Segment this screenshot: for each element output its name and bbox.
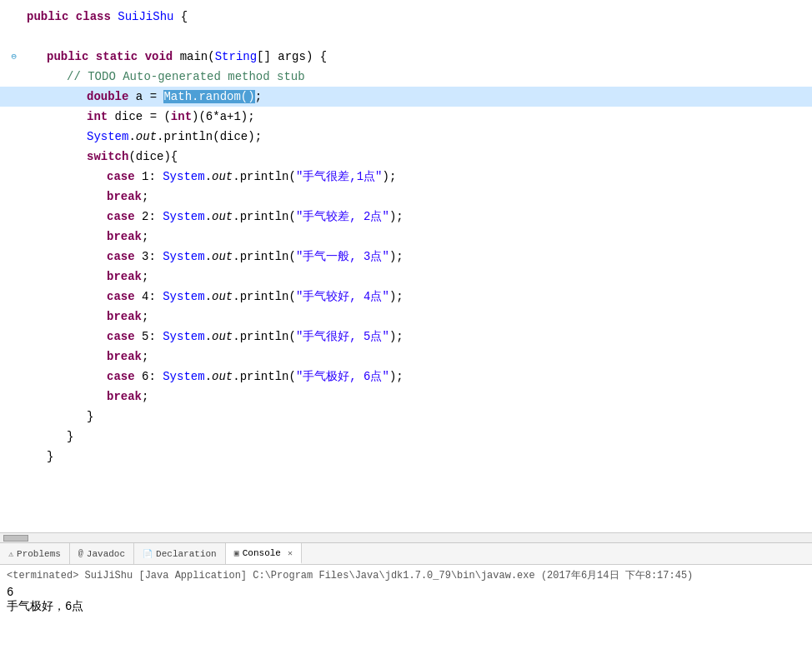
code-line: case 2: System.out.println("手气较差, 2点");	[0, 207, 812, 227]
problems-tab[interactable]: ⚠ Problems	[0, 543, 70, 564]
token-cn: System	[163, 370, 204, 383]
token-method: out	[136, 130, 157, 143]
line-content: // TODO Auto-generated method stub	[63, 70, 305, 83]
token-cn: System	[163, 210, 204, 223]
token-id	[68, 10, 75, 23]
token-kw: switch	[87, 150, 128, 163]
token-str: "手气极好, 6点"	[296, 370, 389, 383]
token-id: );	[389, 330, 403, 343]
console-terminated-text: <terminated> SuiJiShu [Java Application]…	[7, 568, 805, 582]
javadoc-tab-label: Javadoc	[87, 549, 125, 559]
token-id: {	[173, 10, 188, 23]
code-line: break;	[0, 227, 812, 247]
token-cn: System	[163, 330, 204, 343]
code-line: }	[0, 407, 812, 427]
token-id: a =	[128, 90, 163, 103]
token-cn: System	[163, 290, 204, 303]
code-line: break;	[0, 347, 812, 367]
token-id: ;	[142, 190, 148, 203]
line-content: switch(dice){	[83, 150, 178, 163]
declaration-tab[interactable]: 📄 Declaration	[134, 543, 226, 564]
code-line: System.out.println(dice);	[0, 127, 812, 147]
token-id: ;	[142, 350, 148, 363]
token-id: .println(	[233, 170, 296, 183]
token-cn: System	[163, 250, 204, 263]
token-kw: double	[87, 90, 128, 103]
token-id: ;	[142, 390, 148, 403]
token-id	[138, 50, 144, 63]
code-line: case 5: System.out.println("手气很好, 5点");	[0, 327, 812, 347]
token-id: 3:	[135, 250, 163, 263]
code-line: double a = Math.random();	[0, 87, 812, 107]
token-id: .println(	[233, 330, 296, 343]
console-close-icon[interactable]: ✕	[288, 548, 293, 558]
token-kw: public	[47, 50, 88, 63]
token-id	[88, 50, 95, 63]
line-content: break;	[103, 230, 148, 243]
scroll-thumb[interactable]	[3, 535, 28, 542]
token-kw: break	[107, 350, 142, 363]
token-id: .	[205, 370, 212, 383]
line-content: case 6: System.out.println("手气极好, 6点");	[103, 369, 403, 384]
token-kw: break	[107, 390, 142, 403]
token-cn: String	[215, 50, 257, 63]
token-kw: break	[107, 270, 142, 283]
code-container[interactable]: public class SuiJiShu {⊖public static vo…	[0, 0, 812, 532]
token-id: ;	[255, 90, 262, 103]
code-line: break;	[0, 187, 812, 207]
token-id: ;	[142, 270, 148, 283]
line-content: case 1: System.out.println("手气很差,1点");	[103, 169, 396, 184]
code-line	[0, 27, 812, 47]
token-method: out	[212, 330, 233, 343]
code-line: case 3: System.out.println("手气一般, 3点");	[0, 247, 812, 267]
javadoc-tab[interactable]: @ Javadoc	[70, 543, 134, 564]
token-id: );	[389, 290, 403, 303]
line-content: case 2: System.out.println("手气较差, 2点");	[103, 209, 403, 224]
problems-icon: ⚠	[8, 549, 13, 559]
console-panel: <terminated> SuiJiShu [Java Application]…	[0, 564, 812, 664]
token-str: "手气较差, 2点"	[296, 210, 389, 223]
token-kw: public	[27, 10, 68, 23]
token-id: .	[205, 290, 212, 303]
token-id: );	[389, 370, 403, 383]
line-content: System.out.println(dice);	[83, 130, 262, 143]
code-line: // TODO Auto-generated method stub	[0, 67, 812, 87]
token-kw: class	[76, 10, 111, 23]
code-line: public class SuiJiShu {	[0, 7, 812, 27]
line-content: public static void main(String[] args) {	[43, 50, 327, 63]
token-id: .	[205, 170, 212, 183]
token-kw: break	[107, 190, 142, 203]
declaration-icon: 📄	[143, 549, 153, 559]
line-content: break;	[103, 310, 148, 323]
token-id: );	[389, 210, 403, 223]
token-kw: int	[87, 110, 108, 123]
token-id: 6:	[135, 370, 163, 383]
console-icon: ▣	[234, 548, 239, 558]
token-id: 2:	[135, 210, 163, 223]
token-id: ;	[142, 230, 148, 243]
token-id: )(6*a+1);	[192, 110, 255, 123]
token-str: "手气较好, 4点"	[296, 290, 389, 303]
token-cn: System	[87, 130, 128, 143]
line-content: case 5: System.out.println("手气很好, 5点");	[103, 329, 403, 344]
token-id: .println(	[233, 370, 296, 383]
line-content: double a = Math.random();	[83, 90, 262, 103]
token-method: out	[212, 210, 233, 223]
code-line: case 6: System.out.println("手气极好, 6点");	[0, 367, 812, 387]
token-kw: case	[107, 290, 135, 303]
line-content: }	[43, 450, 53, 463]
token-id: }	[67, 430, 73, 443]
token-id: 1:	[135, 170, 163, 183]
token-method: out	[212, 170, 233, 183]
code-line: switch(dice){	[0, 147, 812, 167]
line-content: break;	[103, 270, 148, 283]
token-kw: void	[145, 50, 173, 63]
code-line: break;	[0, 387, 812, 407]
horizontal-scrollbar[interactable]	[0, 532, 812, 542]
token-id: .println(dice);	[157, 130, 262, 143]
console-tab[interactable]: ▣ Console ✕	[226, 543, 302, 564]
bottom-tab-bar: ⚠ Problems @ Javadoc 📄 Declaration ▣ Con…	[0, 542, 812, 564]
collapse-arrow[interactable]: ⊖	[11, 52, 17, 62]
token-kw: static	[96, 50, 138, 63]
token-id: (dice){	[128, 150, 178, 163]
